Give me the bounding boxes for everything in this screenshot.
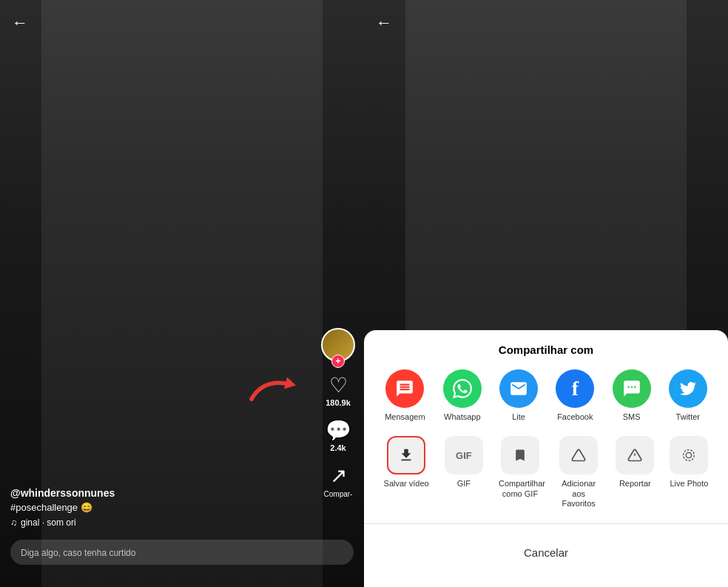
svg-point-4 [684,450,695,461]
creator-avatar-left[interactable]: + [321,328,355,362]
comments-count-left: 2.4k [330,443,346,452]
lite-label: Lite [512,412,525,421]
facebook-icon: f [556,369,594,408]
salvar-video-icon [387,436,425,474]
comment-placeholder-left: Diga algo, caso tenha curtido [21,548,135,558]
sms-label: SMS [623,412,641,421]
share-apps-row: Mensagem Whatsapp Lite [376,369,716,421]
sidebar-icons-left: + ♡ 180.9k 💬 2.4k ↗ Compar- [321,328,355,498]
salvar-video-label: Salvar vídeo [384,479,429,488]
comment-icon-left: 💬 [326,420,351,441]
share-icon-left: ↗ [330,466,347,486]
twitter-label: Twitter [676,412,700,421]
username-left: @whinderssonnunes [10,487,115,499]
lite-icon [499,369,538,408]
mensagem-icon [385,369,424,408]
sms-icon [613,369,651,408]
action-reportar[interactable]: Reportar [616,436,654,509]
whatsapp-label: Whatsapp [444,412,481,421]
share-button-left[interactable]: ↗ Compar- [324,466,353,498]
share-app-sms[interactable]: SMS [613,369,651,421]
red-arrow-indicator [246,355,305,417]
share-app-facebook[interactable]: f Facebook [556,369,594,421]
back-arrow-right[interactable]: ← [376,13,392,33]
action-compartilhar-gif[interactable]: Compartilhar como GIF [499,436,542,509]
compartilhar-gif-label: Compartilhar como GIF [499,479,542,498]
share-app-whatsapp[interactable]: Whatsapp [443,369,482,421]
adicionar-favoritos-label: Adicionar aos Favoritos [557,479,600,509]
action-live-photo[interactable]: Live Photo [670,436,708,509]
song-info-left: ♫ ginal · som ori [10,517,115,528]
likes-count-left: 180.9k [326,398,351,407]
compartilhar-gif-icon [501,436,539,474]
share-app-mensagem[interactable]: Mensagem [385,369,425,421]
share-label-left: Compar- [324,490,353,498]
svg-marker-0 [284,377,296,389]
share-app-twitter[interactable]: Twitter [669,369,707,421]
share-actions-row: Salvar vídeo GIF GIF Compartilhar como G… [376,436,716,509]
music-note-left: ♫ [10,517,17,528]
right-tiktok-panel: ← + ♡ 180.9k Compartilhar com Mensagem [364,0,728,587]
bottom-text-left: @whinderssonnunes #posechallenge 😄 ♫ gin… [10,487,115,528]
gif-icon: GIF [445,436,483,474]
action-adicionar-favoritos[interactable]: Adicionar aos Favoritos [557,436,600,509]
live-photo-icon [670,436,708,474]
heart-icon-left: ♡ [329,375,348,396]
action-gif[interactable]: GIF GIF [445,436,483,509]
mensagem-label: Mensagem [385,412,425,421]
svg-point-3 [687,453,692,458]
facebook-label: Facebook [557,412,593,421]
comment-button-left[interactable]: 💬 2.4k [326,420,351,452]
like-button-left[interactable]: ♡ 180.9k [326,375,351,407]
gif-label: GIF [457,479,471,488]
hashtag-left: #posechallenge 😄 [10,502,115,513]
cancel-divider [364,523,728,524]
share-sheet-title: Compartilhar com [376,343,716,356]
song-text-left: ginal · som ori [21,517,76,528]
share-app-lite[interactable]: Lite [499,369,538,421]
comment-bar-left[interactable]: Diga algo, caso tenha curtido [10,540,354,565]
action-salvar-video[interactable]: Salvar vídeo [384,436,429,509]
left-tiktok-panel: ← + ♡ 180.9k 💬 2.4k ↗ Compar- @whinderss… [0,0,364,587]
follow-plus-left[interactable]: + [331,355,345,368]
twitter-icon [669,369,707,408]
adicionar-favoritos-icon [559,436,598,474]
reportar-label: Reportar [619,479,651,488]
cancel-button[interactable]: Cancelar [376,536,716,569]
whatsapp-icon [443,369,482,408]
back-arrow-left[interactable]: ← [12,13,28,33]
reportar-icon [616,436,654,474]
live-photo-label: Live Photo [670,479,708,488]
share-sheet: Compartilhar com Mensagem Whatsa [364,330,728,587]
